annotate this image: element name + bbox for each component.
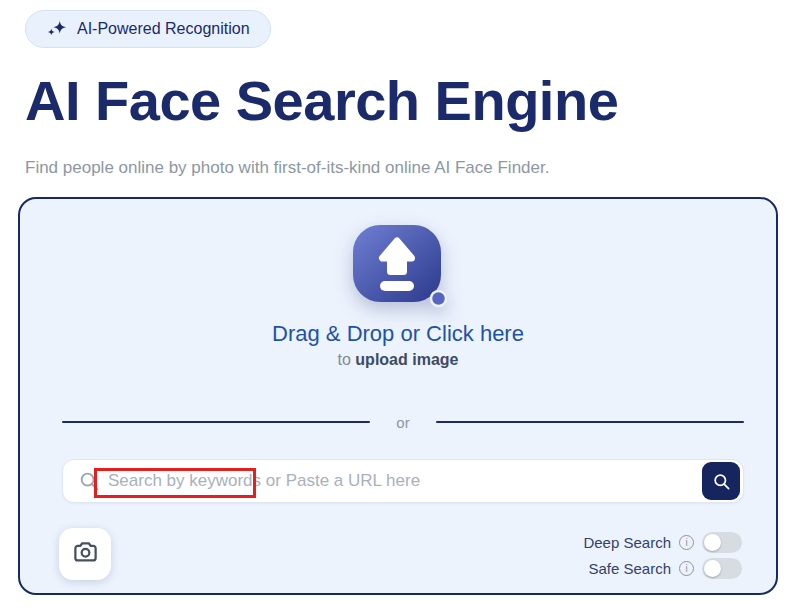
deep-search-label: Deep Search bbox=[583, 534, 671, 551]
safe-search-toggle[interactable] bbox=[702, 558, 742, 579]
page-title: AI Face Search Engine bbox=[25, 73, 618, 129]
camera-icon bbox=[72, 539, 99, 569]
toggle-knob bbox=[704, 560, 721, 577]
toggle-knob bbox=[704, 534, 721, 551]
dropzone-sub-prefix: to bbox=[338, 351, 351, 368]
safe-search-label: Safe Search bbox=[588, 560, 671, 577]
divider-label: or bbox=[396, 414, 409, 431]
sparkles-icon bbox=[46, 18, 68, 40]
dropzone-subtext: to upload image bbox=[20, 351, 776, 369]
page-subtitle: Find people online by photo with first-o… bbox=[25, 157, 549, 179]
badge-label: AI-Powered Recognition bbox=[77, 20, 250, 38]
search-bar bbox=[62, 459, 744, 503]
divider-line-right bbox=[436, 421, 744, 423]
search-submit-button[interactable] bbox=[702, 462, 740, 500]
deep-search-row: Deep Search i bbox=[583, 532, 742, 553]
search-options: Deep Search i Safe Search i bbox=[583, 532, 742, 579]
page: AI-Powered Recognition AI Face Search En… bbox=[0, 0, 798, 608]
divider-line-left bbox=[62, 421, 370, 423]
deep-search-info-icon[interactable]: i bbox=[679, 535, 694, 550]
camera-search-button[interactable] bbox=[59, 528, 111, 580]
deep-search-toggle[interactable] bbox=[702, 532, 742, 553]
dropzone-sub-action: upload image bbox=[355, 351, 458, 368]
safe-search-info-icon[interactable]: i bbox=[679, 561, 694, 576]
dropzone-headline: Drag & Drop or Click here bbox=[20, 321, 776, 347]
safe-search-row: Safe Search i bbox=[588, 558, 742, 579]
or-divider: or bbox=[62, 412, 744, 432]
search-card: Drag & Drop or Click here to upload imag… bbox=[18, 197, 778, 595]
search-input[interactable] bbox=[100, 460, 702, 502]
ai-powered-badge: AI-Powered Recognition bbox=[25, 10, 271, 48]
search-icon bbox=[78, 470, 100, 492]
upload-icon bbox=[349, 223, 447, 313]
